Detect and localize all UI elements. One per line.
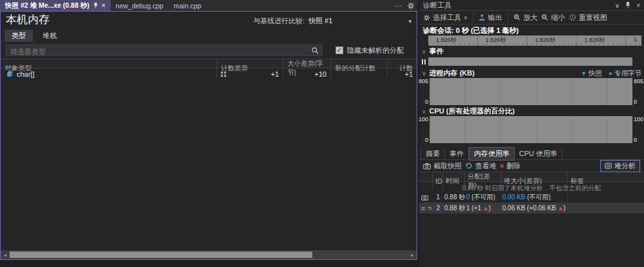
search-icon[interactable] bbox=[311, 46, 319, 55]
select-tool-button[interactable]: 选择工具 ∨ bbox=[423, 13, 468, 23]
panel-title: 诊断工具 bbox=[423, 1, 451, 10]
snapshot-id: 2 bbox=[432, 204, 442, 212]
pin-icon[interactable] bbox=[625, 1, 631, 9]
snapshot-time: 0.88 秒 bbox=[442, 193, 464, 202]
tab-overflow-icon[interactable]: ⋯ bbox=[395, 2, 402, 10]
cpu-axis-max: 100 bbox=[419, 116, 428, 123]
memory-graph[interactable] bbox=[430, 78, 632, 105]
chevron-down-icon: ∨ bbox=[422, 48, 426, 55]
table-row[interactable]: char[] +1 +10 +1 bbox=[1, 68, 417, 79]
tab-cpu-usage[interactable]: CPU 使用率 bbox=[515, 148, 562, 160]
timeline-ruler[interactable]: 1.826秒 1.826秒 1.826秒 1.826秒 1. bbox=[428, 35, 641, 46]
close-icon[interactable]: × bbox=[636, 2, 640, 9]
reset-view-button[interactable]: 重置视图 bbox=[569, 13, 607, 23]
memory-axis-min-right: 0 bbox=[634, 99, 643, 105]
private-bytes-legend-icon: ● bbox=[609, 70, 612, 77]
cpu-axis-min-right: 0 bbox=[634, 137, 643, 143]
heap-analysis-label: 堆分析 bbox=[614, 161, 636, 171]
tab-label: 快照 #2 堆 Me...xe (0.88 秒) bbox=[5, 1, 90, 10]
ruler-tick: 1.826秒 bbox=[428, 35, 478, 46]
memory-usage-toolbar: 截取快照 查看堆 × 删除 堆分析 bbox=[419, 160, 644, 172]
close-icon[interactable]: × bbox=[102, 2, 106, 9]
heap-size-na: (不可用) bbox=[527, 193, 551, 201]
output-label: 输出 bbox=[488, 13, 502, 23]
delete-button[interactable]: × 删除 bbox=[500, 161, 520, 171]
compare-value: 快照 #1 bbox=[308, 16, 332, 26]
tab-summary[interactable]: 摘要 bbox=[421, 148, 445, 160]
tab-memory-usage[interactable]: 内存使用率 bbox=[469, 147, 515, 161]
scrollbar-track[interactable] bbox=[10, 250, 408, 259]
cpu-graph[interactable] bbox=[430, 116, 632, 143]
scrollbar-thumb[interactable] bbox=[10, 252, 312, 258]
tab-new-debug-cpp[interactable]: new_debug.cpp bbox=[111, 0, 169, 11]
snapshot-legend-icon: ▼ bbox=[581, 70, 587, 77]
increase-arrow-icon: ▲ bbox=[483, 205, 489, 212]
allocations-na: (不可用) bbox=[471, 193, 495, 201]
view-heap-button[interactable]: 查看堆 bbox=[465, 161, 497, 171]
diagnostic-tools-panel: 诊断工具 ∨ × 选择工具 ∨ 输出 放大 缩小 重置视图 诊断会话: 0 bbox=[419, 0, 644, 267]
heap-analysis-icon bbox=[605, 163, 612, 169]
cpu-graph-row: 1000 1000 bbox=[419, 116, 644, 143]
allocations-link[interactable]: 0 bbox=[466, 193, 470, 201]
gear-icon[interactable] bbox=[407, 2, 415, 10]
tab-snapshot-diff[interactable]: 快照 #2 堆 Me...xe (0.88 秒) × bbox=[0, 0, 111, 11]
events-track[interactable] bbox=[428, 57, 632, 66]
heap-size-cell: 0.00 KB (不可用) bbox=[500, 193, 567, 202]
tab-events[interactable]: 事件 bbox=[445, 148, 469, 160]
cpu-axis-min: 0 bbox=[425, 137, 428, 143]
zoom-out-button[interactable]: 缩小 bbox=[541, 13, 565, 23]
memory-axis-max: 805 bbox=[419, 78, 428, 84]
view-heap-icon bbox=[465, 162, 473, 170]
delete-x-icon: × bbox=[500, 162, 504, 170]
snapshot-row-2[interactable]: ⊃ 2 0.88 秒 1 (+1 ▲) 0.06 KB (+0.06 KB ▲) bbox=[419, 203, 644, 213]
compare-baseline-dropdown[interactable]: 与基线进行比较: 快照 #1 ▾ bbox=[253, 16, 412, 26]
reset-view-icon bbox=[569, 14, 576, 21]
tab-stacks[interactable]: 堆栈 bbox=[35, 30, 64, 42]
snapshot-table-header: ID 时间 分配(差异) 堆大小(差异) 标签 bbox=[419, 172, 644, 182]
checkbox-label: 隐藏未解析的分配 bbox=[347, 46, 404, 55]
zoom-in-button[interactable]: 放大 bbox=[513, 13, 538, 23]
document-tab-strip: 快照 #2 堆 Me...xe (0.88 秒) × new_debug.cpp… bbox=[0, 0, 418, 11]
current-snapshot-marker-icon: ⊃ bbox=[427, 205, 432, 212]
zoom-in-label: 放大 bbox=[524, 13, 538, 23]
heap-size-link[interactable]: 0.00 KB bbox=[502, 193, 526, 201]
scroll-right-icon[interactable]: ▸ bbox=[408, 252, 417, 258]
tab-label: new_debug.cpp bbox=[116, 2, 164, 10]
tab-types[interactable]: 类型 bbox=[5, 30, 33, 42]
output-button[interactable]: 输出 bbox=[478, 13, 502, 23]
pin-icon[interactable] bbox=[93, 2, 99, 9]
panel-title-bar: 诊断工具 ∨ × bbox=[419, 0, 644, 11]
reset-view-label: 重置视图 bbox=[579, 13, 607, 23]
heap-analysis-button[interactable]: 堆分析 bbox=[600, 160, 640, 172]
events-section-header[interactable]: ∨ 事件 bbox=[419, 46, 644, 56]
type-icon bbox=[6, 70, 14, 78]
snapshot-time: 0.88 秒 bbox=[442, 204, 464, 213]
view-heap-label: 查看堆 bbox=[475, 161, 497, 171]
horizontal-scrollbar[interactable]: ◂ ▸ bbox=[1, 250, 417, 259]
filter-input[interactable] bbox=[6, 46, 322, 57]
cpu-section-header[interactable]: ∨ CPU (所有处理器的百分比) bbox=[419, 106, 644, 116]
camera-icon bbox=[421, 194, 428, 201]
take-snapshot-button[interactable]: 截取快照 bbox=[423, 161, 462, 171]
select-tool-label: 选择工具 bbox=[433, 13, 461, 23]
hide-unresolved-checkbox[interactable]: ✓ 隐藏未解析的分配 bbox=[336, 46, 404, 55]
chevron-down-icon: ∨ bbox=[422, 108, 426, 115]
view-instances-icon[interactable] bbox=[220, 71, 227, 77]
tab-main-cpp[interactable]: main.cpp bbox=[169, 0, 207, 11]
session-status: 诊断会话: 0 秒 (已选择 1 毫秒) bbox=[419, 25, 644, 34]
count-value: +1 bbox=[387, 70, 417, 78]
snapshot-row-1[interactable]: 1 0.88 秒 0 (不可用) 0.00 KB (不可用) bbox=[419, 192, 644, 203]
cpu-title: CPU (所有处理器的百分比) bbox=[430, 106, 515, 116]
allocations-cell: 0 (不可用) bbox=[464, 193, 500, 202]
memory-section-header[interactable]: ∨ 进程内存 (KB) ▼快照 ●专用字节 bbox=[419, 68, 644, 78]
events-track-row bbox=[419, 57, 632, 66]
compare-label: 与基线进行比较: bbox=[253, 16, 305, 26]
ruler-tick: 1.826秒 bbox=[478, 35, 527, 46]
paren: ) bbox=[489, 204, 491, 212]
scroll-left-icon[interactable]: ◂ bbox=[1, 252, 10, 258]
diagnostics-toolbar: 选择工具 ∨ 输出 放大 缩小 重置视图 bbox=[419, 11, 644, 25]
panel-menu-chevron-icon[interactable]: ∨ bbox=[615, 2, 620, 9]
tab-label: main.cpp bbox=[174, 2, 202, 10]
chevron-down-icon: ∨ bbox=[464, 15, 468, 21]
events-title: 事件 bbox=[430, 46, 444, 56]
